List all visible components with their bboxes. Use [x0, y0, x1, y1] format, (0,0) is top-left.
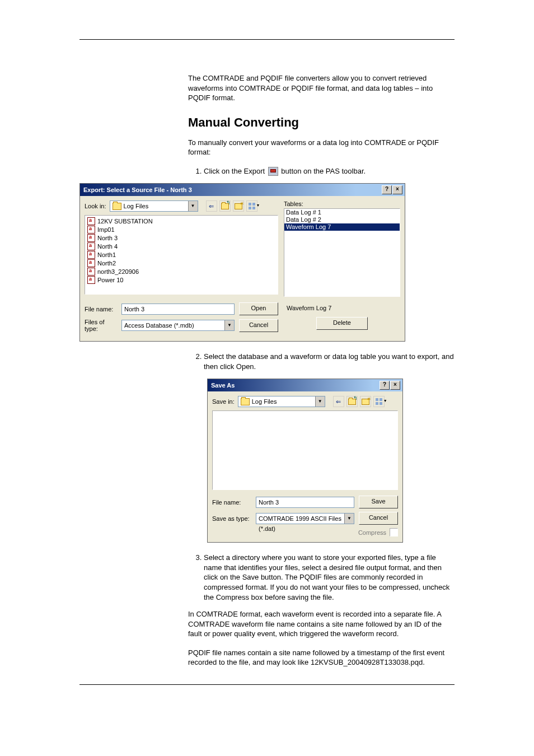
save-as-title: Save As: [210, 382, 235, 389]
look-in-combo[interactable]: Log Files ▼: [110, 200, 198, 212]
export-dialog-titlebar[interactable]: Export: Select a Source File - North 3 ?…: [80, 184, 405, 196]
help-button[interactable]: ?: [382, 185, 392, 194]
sa-file-name-label: File name:: [212, 499, 251, 506]
file-item-label: Imp01: [97, 226, 115, 233]
mdb-file-icon: [87, 242, 95, 250]
file-item[interactable]: Power 10: [86, 276, 277, 284]
bottom-rule: [79, 684, 455, 685]
chevron-down-icon[interactable]: ▼: [188, 201, 198, 211]
file-item-label: North 3: [97, 235, 118, 241]
file-item-label: Power 10: [97, 277, 123, 283]
table-list-item[interactable]: Waveform Log 7: [284, 223, 400, 231]
files-of-type-label: Files of type:: [85, 319, 117, 332]
file-item-label: North1: [97, 251, 116, 258]
file-item[interactable]: North 4: [86, 242, 277, 250]
section-heading: Manual Converting: [188, 115, 455, 130]
up-one-level-icon[interactable]: [219, 200, 231, 212]
save-as-titlebar[interactable]: Save As ? ×: [208, 379, 402, 391]
file-name-label: File name:: [85, 306, 117, 312]
step-1: Click on the Export button on the PAS to…: [204, 166, 455, 176]
mdb-file-icon: [87, 268, 95, 276]
mdb-file-icon: [87, 234, 95, 242]
mdb-file-icon: [87, 276, 95, 284]
file-item-label: North2: [97, 260, 116, 267]
file-item[interactable]: Imp01: [86, 225, 277, 234]
chevron-down-icon[interactable]: ▼: [344, 514, 354, 524]
save-in-combo[interactable]: Log Files ▼: [238, 396, 325, 407]
save-button[interactable]: Save: [359, 496, 398, 508]
file-item[interactable]: north3_220906: [86, 267, 277, 276]
tables-list[interactable]: Data Log # 1Data Log # 2Waveform Log 7: [284, 208, 400, 297]
mdb-file-icon: [87, 217, 95, 225]
sa-file-name-input[interactable]: North 3: [256, 497, 354, 508]
mdb-file-icon: [87, 226, 95, 234]
look-in-value: Log Files: [124, 203, 149, 209]
file-item-label: north3_220906: [97, 268, 139, 275]
files-of-type-combo[interactable]: Access Database (*.mdb) ▼: [121, 320, 235, 331]
folder-icon: [113, 203, 121, 210]
help-button[interactable]: ?: [380, 381, 390, 390]
look-in-label: Look in:: [85, 203, 106, 209]
delete-button[interactable]: Delete: [316, 317, 368, 330]
export-dialog: Export: Select a Source File - North 3 ?…: [79, 183, 405, 342]
step1-before: Click on the Export: [204, 167, 267, 175]
file-item[interactable]: 12KV SUBSTATION: [86, 217, 277, 225]
intro-paragraph-2: To manually convert your waveforms or a …: [188, 138, 455, 157]
file-list[interactable]: 12KV SUBSTATIONImp01North 3North 4North1…: [85, 215, 278, 295]
mdb-file-icon: [87, 259, 95, 267]
compress-label: Compress: [358, 529, 386, 536]
table-list-item[interactable]: Data Log # 1: [284, 209, 400, 216]
tables-label: Tables:: [284, 200, 400, 207]
compress-checkbox[interactable]: [390, 528, 398, 536]
top-rule: [79, 39, 455, 40]
tail-paragraph-1: In COMTRADE format, each waveform event …: [188, 609, 455, 639]
export-toolbar-icon: [268, 167, 278, 176]
back-icon[interactable]: [206, 200, 217, 212]
views-icon[interactable]: ▼: [373, 396, 385, 407]
save-as-file-list[interactable]: [212, 410, 398, 490]
close-button[interactable]: ×: [392, 185, 402, 194]
save-in-label: Save in:: [212, 398, 235, 405]
sa-cancel-button[interactable]: Cancel: [359, 512, 398, 525]
up-one-level-icon[interactable]: [346, 396, 358, 407]
step-3: Select a directory where you want to sto…: [204, 553, 455, 602]
cancel-button[interactable]: Cancel: [239, 319, 278, 332]
folder-icon: [241, 398, 250, 405]
export-dialog-title: Export: Select a Source File - North 3: [82, 186, 192, 193]
intro-paragraph: The COMTRADE and PQDIF file converters a…: [188, 73, 455, 103]
step-2: Select the database and a waveform or da…: [204, 352, 455, 371]
chevron-down-icon[interactable]: ▼: [224, 320, 234, 330]
save-in-value: Log Files: [252, 398, 277, 405]
chevron-down-icon[interactable]: ▼: [315, 396, 325, 407]
close-button[interactable]: ×: [390, 381, 400, 390]
views-icon[interactable]: ▼: [246, 200, 257, 212]
file-name-input[interactable]: North 3: [121, 304, 235, 315]
new-folder-icon[interactable]: ✶: [233, 200, 244, 212]
new-folder-icon[interactable]: ✶: [360, 396, 371, 407]
file-item[interactable]: North1: [86, 250, 277, 259]
open-button[interactable]: Open: [239, 302, 278, 315]
tail-paragraph-2: PQDIF file names contain a site name fol…: [188, 648, 455, 668]
file-item-label: North 4: [97, 243, 118, 250]
step1-after: button on the PAS toolbar.: [279, 167, 366, 175]
file-item[interactable]: North2: [86, 259, 277, 267]
mdb-file-icon: [87, 251, 95, 259]
table-list-item[interactable]: Data Log # 2: [284, 216, 400, 223]
save-as-type-combo[interactable]: COMTRADE 1999 ASCII Files (*.dat) ▼: [256, 513, 354, 524]
save-as-dialog: Save As ? × Save in: Log Files ▼ ✶ ▼: [207, 379, 403, 543]
selected-table-display: Waveform Log 7: [284, 302, 400, 314]
sa-type-label: Save as type:: [212, 515, 251, 522]
file-item[interactable]: North 3: [86, 234, 277, 242]
file-item-label: 12KV SUBSTATION: [97, 218, 153, 225]
back-icon[interactable]: [333, 396, 344, 407]
